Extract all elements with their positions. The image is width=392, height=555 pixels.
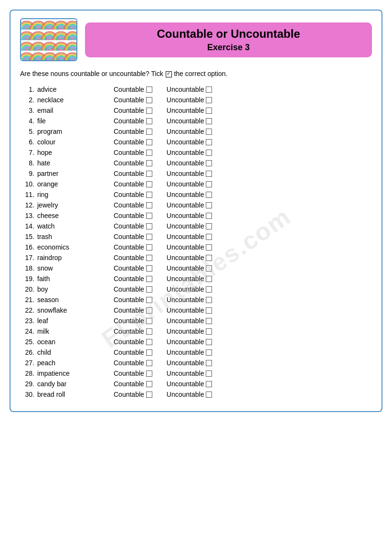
uncountable-checkbox[interactable] <box>206 318 212 324</box>
countable-option[interactable]: Countable <box>114 117 152 125</box>
countable-option[interactable]: Countable <box>114 149 152 156</box>
countable-checkbox[interactable] <box>146 202 152 208</box>
uncountable-option[interactable]: Uncountable <box>167 296 212 304</box>
countable-option[interactable]: Countable <box>114 107 152 114</box>
countable-checkbox[interactable] <box>146 160 152 166</box>
countable-option[interactable]: Countable <box>114 159 152 167</box>
uncountable-option[interactable]: Uncountable <box>167 149 212 156</box>
uncountable-checkbox[interactable] <box>206 276 212 282</box>
countable-checkbox[interactable] <box>146 129 152 135</box>
countable-option[interactable]: Countable <box>114 243 152 251</box>
uncountable-checkbox[interactable] <box>206 349 212 356</box>
uncountable-option[interactable]: Uncountable <box>167 170 212 177</box>
countable-checkbox[interactable] <box>146 360 152 366</box>
uncountable-checkbox[interactable] <box>206 297 212 303</box>
uncountable-option[interactable]: Uncountable <box>167 264 212 272</box>
uncountable-option[interactable]: Uncountable <box>167 317 212 325</box>
uncountable-checkbox[interactable] <box>206 150 212 156</box>
countable-checkbox[interactable] <box>146 265 152 272</box>
uncountable-checkbox[interactable] <box>206 328 212 335</box>
uncountable-option[interactable]: Uncountable <box>167 191 212 198</box>
uncountable-option[interactable]: Uncountable <box>167 96 212 104</box>
countable-option[interactable]: Countable <box>114 222 152 230</box>
uncountable-checkbox[interactable] <box>206 129 212 135</box>
uncountable-checkbox[interactable] <box>206 87 212 93</box>
countable-checkbox[interactable] <box>146 276 152 282</box>
countable-option[interactable]: Countable <box>114 317 152 325</box>
countable-option[interactable]: Countable <box>114 264 152 272</box>
uncountable-option[interactable]: Uncountable <box>167 285 212 293</box>
countable-option[interactable]: Countable <box>114 96 152 104</box>
countable-checkbox[interactable] <box>146 318 152 324</box>
countable-checkbox[interactable] <box>146 286 152 293</box>
uncountable-option[interactable]: Uncountable <box>167 86 212 93</box>
countable-option[interactable]: Countable <box>114 86 152 93</box>
uncountable-option[interactable]: Uncountable <box>167 159 212 167</box>
countable-option[interactable]: Countable <box>114 359 152 367</box>
uncountable-checkbox[interactable] <box>206 139 212 145</box>
uncountable-option[interactable]: Uncountable <box>167 201 212 209</box>
countable-checkbox[interactable] <box>146 244 152 250</box>
uncountable-checkbox[interactable] <box>206 339 212 345</box>
countable-checkbox[interactable] <box>146 297 152 303</box>
countable-checkbox[interactable] <box>146 97 152 103</box>
countable-option[interactable]: Countable <box>114 285 152 293</box>
countable-checkbox[interactable] <box>146 392 152 398</box>
countable-checkbox[interactable] <box>146 339 152 345</box>
uncountable-option[interactable]: Uncountable <box>167 233 212 240</box>
uncountable-checkbox[interactable] <box>206 392 212 398</box>
uncountable-checkbox[interactable] <box>206 202 212 208</box>
uncountable-checkbox[interactable] <box>206 171 212 177</box>
uncountable-checkbox[interactable] <box>206 381 212 387</box>
uncountable-option[interactable]: Uncountable <box>167 222 212 230</box>
uncountable-option[interactable]: Uncountable <box>167 212 212 219</box>
countable-option[interactable]: Countable <box>114 254 152 261</box>
countable-option[interactable]: Countable <box>114 233 152 240</box>
uncountable-checkbox[interactable] <box>206 307 212 314</box>
countable-checkbox[interactable] <box>146 349 152 356</box>
countable-checkbox[interactable] <box>146 108 152 114</box>
uncountable-checkbox[interactable] <box>206 255 212 261</box>
uncountable-option[interactable]: Uncountable <box>167 254 212 261</box>
uncountable-option[interactable]: Uncountable <box>167 391 212 398</box>
countable-checkbox[interactable] <box>146 370 152 377</box>
countable-checkbox[interactable] <box>146 150 152 156</box>
countable-option[interactable]: Countable <box>114 370 152 377</box>
uncountable-checkbox[interactable] <box>206 223 212 229</box>
countable-option[interactable]: Countable <box>114 128 152 135</box>
uncountable-checkbox[interactable] <box>206 265 212 272</box>
uncountable-option[interactable]: Uncountable <box>167 243 212 251</box>
uncountable-checkbox[interactable] <box>206 370 212 377</box>
uncountable-checkbox[interactable] <box>206 234 212 240</box>
countable-checkbox[interactable] <box>146 118 152 124</box>
countable-option[interactable]: Countable <box>114 391 152 398</box>
uncountable-option[interactable]: Uncountable <box>167 338 212 346</box>
countable-checkbox[interactable] <box>146 328 152 335</box>
countable-checkbox[interactable] <box>146 213 152 219</box>
uncountable-option[interactable]: Uncountable <box>167 138 212 146</box>
countable-option[interactable]: Countable <box>114 380 152 388</box>
countable-option[interactable]: Countable <box>114 138 152 146</box>
countable-checkbox[interactable] <box>146 87 152 93</box>
countable-checkbox[interactable] <box>146 381 152 387</box>
countable-option[interactable]: Countable <box>114 201 152 209</box>
countable-checkbox[interactable] <box>146 307 152 314</box>
uncountable-option[interactable]: Uncountable <box>167 128 212 135</box>
countable-option[interactable]: Countable <box>114 180 152 188</box>
uncountable-checkbox[interactable] <box>206 181 212 187</box>
countable-checkbox[interactable] <box>146 234 152 240</box>
uncountable-checkbox[interactable] <box>206 244 212 250</box>
uncountable-checkbox[interactable] <box>206 213 212 219</box>
uncountable-option[interactable]: Uncountable <box>167 117 212 125</box>
uncountable-option[interactable]: Uncountable <box>167 370 212 377</box>
countable-checkbox[interactable] <box>146 192 152 198</box>
uncountable-checkbox[interactable] <box>206 160 212 166</box>
uncountable-option[interactable]: Uncountable <box>167 359 212 367</box>
countable-option[interactable]: Countable <box>114 338 152 346</box>
countable-checkbox[interactable] <box>146 181 152 187</box>
countable-option[interactable]: Countable <box>114 296 152 304</box>
countable-checkbox[interactable] <box>146 255 152 261</box>
uncountable-option[interactable]: Uncountable <box>167 275 212 283</box>
countable-option[interactable]: Countable <box>114 212 152 219</box>
uncountable-checkbox[interactable] <box>206 192 212 198</box>
